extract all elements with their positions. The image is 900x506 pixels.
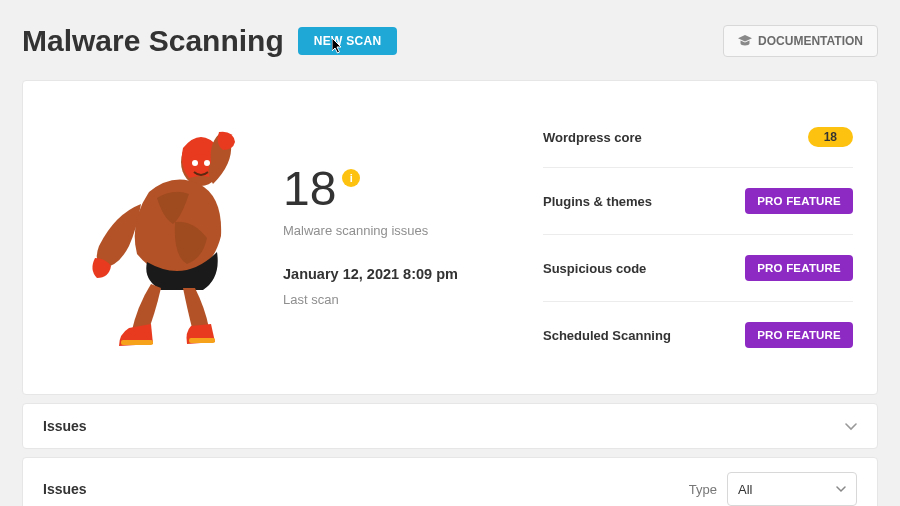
pro-feature-button[interactable]: PRO FEATURE xyxy=(745,188,853,214)
chevron-down-icon xyxy=(845,418,857,434)
chevron-down-icon xyxy=(836,483,846,495)
stat-row-scheduled-scanning: Scheduled Scanning PRO FEATURE xyxy=(543,302,853,368)
pro-feature-button[interactable]: PRO FEATURE xyxy=(745,255,853,281)
mascot-column xyxy=(23,107,283,368)
stat-label: Plugins & themes xyxy=(543,194,652,209)
issue-subtitle: Malware scanning issues xyxy=(283,223,543,238)
mascot-icon xyxy=(63,128,243,348)
issues-accordion-title: Issues xyxy=(43,418,87,434)
stat-row-plugins-themes: Plugins & themes PRO FEATURE xyxy=(543,168,853,235)
stat-count-badge: 18 xyxy=(808,127,853,147)
stat-row-wordpress-core: Wordpress core 18 xyxy=(543,107,853,168)
stats-column: Wordpress core 18 Plugins & themes PRO F… xyxy=(543,107,853,368)
last-scan-time: January 12, 2021 8:09 pm xyxy=(283,266,543,282)
issues-panel-title: Issues xyxy=(43,481,87,497)
svg-rect-4 xyxy=(189,338,215,343)
last-scan-label: Last scan xyxy=(283,292,543,307)
svg-rect-3 xyxy=(121,340,153,345)
issues-panel: Issues Type All xyxy=(22,457,878,506)
info-badge-icon: i xyxy=(342,169,360,187)
documentation-button[interactable]: DOCUMENTATION xyxy=(723,25,878,57)
type-filter-label: Type xyxy=(689,482,717,497)
svg-point-2 xyxy=(204,160,210,166)
new-scan-label: NEW SCAN xyxy=(314,34,382,48)
issue-count: 18 xyxy=(283,165,336,213)
type-filter-value: All xyxy=(738,482,752,497)
graduation-cap-icon xyxy=(738,35,752,47)
new-scan-button[interactable]: NEW SCAN xyxy=(298,27,398,55)
svg-point-1 xyxy=(192,160,198,166)
stat-label: Suspicious code xyxy=(543,261,646,276)
page-header: Malware Scanning NEW SCAN DOCUMENTATION xyxy=(0,0,900,72)
documentation-label: DOCUMENTATION xyxy=(758,34,863,48)
overview-card: 18 i Malware scanning issues January 12,… xyxy=(22,80,878,395)
cursor-icon xyxy=(332,38,344,54)
stat-row-suspicious-code: Suspicious code PRO FEATURE xyxy=(543,235,853,302)
issues-accordion[interactable]: Issues xyxy=(22,403,878,449)
pro-feature-button[interactable]: PRO FEATURE xyxy=(745,322,853,348)
stat-label: Scheduled Scanning xyxy=(543,328,671,343)
summary-column: 18 i Malware scanning issues January 12,… xyxy=(283,107,543,368)
type-filter-select[interactable]: All xyxy=(727,472,857,506)
stat-label: Wordpress core xyxy=(543,130,642,145)
page-title: Malware Scanning xyxy=(22,24,284,58)
